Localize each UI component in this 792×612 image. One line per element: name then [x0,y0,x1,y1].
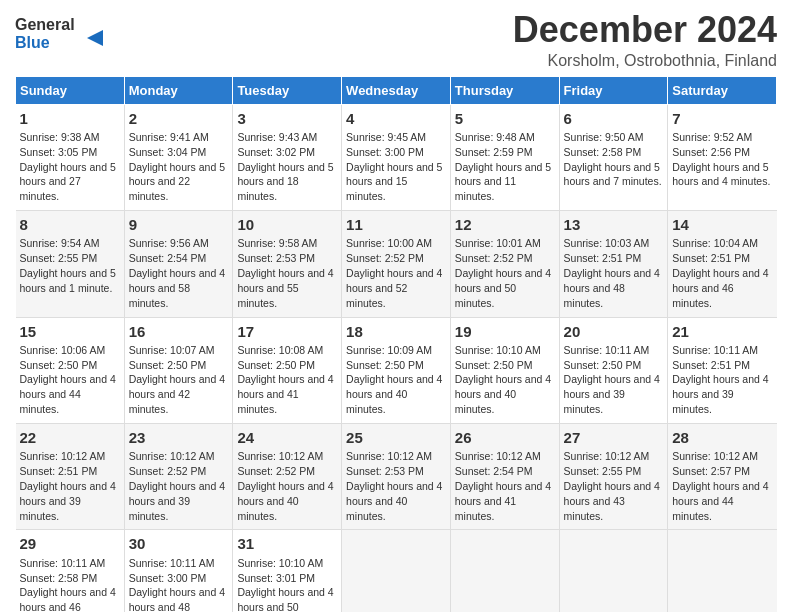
day-info: Sunrise: 10:12 AMSunset: 2:53 PMDaylight… [346,450,442,521]
col-header-friday: Friday [559,76,668,104]
day-number: 21 [672,322,772,342]
day-cell-1: 1Sunrise: 9:38 AMSunset: 3:05 PMDaylight… [16,104,125,210]
page-header: General Blue December 2024 Korsholm, Ost… [15,10,777,70]
col-header-saturday: Saturday [668,76,777,104]
day-cell-11: 11Sunrise: 10:00 AMSunset: 2:52 PMDaylig… [342,211,451,317]
day-cell-18: 18Sunrise: 10:09 AMSunset: 2:50 PMDaylig… [342,317,451,423]
day-cell-12: 12Sunrise: 10:01 AMSunset: 2:52 PMDaylig… [450,211,559,317]
day-cell-29: 29Sunrise: 10:11 AMSunset: 2:58 PMDaylig… [16,530,125,612]
day-number: 4 [346,109,446,129]
day-number: 30 [129,534,229,554]
day-number: 2 [129,109,229,129]
day-number: 6 [564,109,664,129]
week-row-1: 1Sunrise: 9:38 AMSunset: 3:05 PMDaylight… [16,104,777,210]
day-info: Sunrise: 10:11 AMSunset: 2:58 PMDaylight… [20,557,116,612]
day-number: 3 [237,109,337,129]
day-cell-25: 25Sunrise: 10:12 AMSunset: 2:53 PMDaylig… [342,424,451,530]
day-cell-20: 20Sunrise: 10:11 AMSunset: 2:50 PMDaylig… [559,317,668,423]
day-number: 13 [564,215,664,235]
col-header-monday: Monday [124,76,233,104]
week-row-5: 29Sunrise: 10:11 AMSunset: 2:58 PMDaylig… [16,530,777,612]
day-info: Sunrise: 9:50 AMSunset: 2:58 PMDaylight … [564,131,662,188]
day-info: Sunrise: 10:11 AMSunset: 2:50 PMDaylight… [564,344,660,415]
day-info: Sunrise: 10:12 AMSunset: 2:51 PMDaylight… [20,450,116,521]
day-info: Sunrise: 10:12 AMSunset: 2:52 PMDaylight… [129,450,225,521]
day-number: 1 [20,109,120,129]
day-info: Sunrise: 9:56 AMSunset: 2:54 PMDaylight … [129,237,225,308]
day-cell-30: 30Sunrise: 10:11 AMSunset: 3:00 PMDaylig… [124,530,233,612]
day-info: Sunrise: 10:07 AMSunset: 2:50 PMDaylight… [129,344,225,415]
empty-cell [668,530,777,612]
col-header-wednesday: Wednesday [342,76,451,104]
day-number: 23 [129,428,229,448]
day-cell-21: 21Sunrise: 10:11 AMSunset: 2:51 PMDaylig… [668,317,777,423]
day-cell-8: 8Sunrise: 9:54 AMSunset: 2:55 PMDaylight… [16,211,125,317]
day-cell-5: 5Sunrise: 9:48 AMSunset: 2:59 PMDaylight… [450,104,559,210]
day-info: Sunrise: 10:12 AMSunset: 2:55 PMDaylight… [564,450,660,521]
day-cell-26: 26Sunrise: 10:12 AMSunset: 2:54 PMDaylig… [450,424,559,530]
title-block: December 2024 Korsholm, Ostrobothnia, Fi… [513,10,777,70]
day-info: Sunrise: 9:48 AMSunset: 2:59 PMDaylight … [455,131,551,202]
day-info: Sunrise: 10:11 AMSunset: 3:00 PMDaylight… [129,557,225,612]
day-cell-4: 4Sunrise: 9:45 AMSunset: 3:00 PMDaylight… [342,104,451,210]
day-cell-7: 7Sunrise: 9:52 AMSunset: 2:56 PMDaylight… [668,104,777,210]
svg-text:General: General [15,16,75,33]
day-number: 29 [20,534,120,554]
day-number: 28 [672,428,772,448]
day-number: 5 [455,109,555,129]
day-cell-13: 13Sunrise: 10:03 AMSunset: 2:51 PMDaylig… [559,211,668,317]
day-cell-6: 6Sunrise: 9:50 AMSunset: 2:58 PMDaylight… [559,104,668,210]
day-info: Sunrise: 10:12 AMSunset: 2:52 PMDaylight… [237,450,333,521]
day-info: Sunrise: 10:03 AMSunset: 2:51 PMDaylight… [564,237,660,308]
svg-marker-2 [87,30,103,46]
day-info: Sunrise: 10:09 AMSunset: 2:50 PMDaylight… [346,344,442,415]
day-number: 8 [20,215,120,235]
col-header-sunday: Sunday [16,76,125,104]
day-info: Sunrise: 10:11 AMSunset: 2:51 PMDaylight… [672,344,768,415]
day-info: Sunrise: 9:58 AMSunset: 2:53 PMDaylight … [237,237,333,308]
empty-cell [559,530,668,612]
day-cell-23: 23Sunrise: 10:12 AMSunset: 2:52 PMDaylig… [124,424,233,530]
day-number: 27 [564,428,664,448]
day-cell-27: 27Sunrise: 10:12 AMSunset: 2:55 PMDaylig… [559,424,668,530]
col-header-thursday: Thursday [450,76,559,104]
day-info: Sunrise: 10:10 AMSunset: 2:50 PMDaylight… [455,344,551,415]
day-cell-2: 2Sunrise: 9:41 AMSunset: 3:04 PMDaylight… [124,104,233,210]
day-cell-3: 3Sunrise: 9:43 AMSunset: 3:02 PMDaylight… [233,104,342,210]
day-number: 10 [237,215,337,235]
week-row-4: 22Sunrise: 10:12 AMSunset: 2:51 PMDaylig… [16,424,777,530]
svg-text:Blue: Blue [15,34,50,51]
day-number: 20 [564,322,664,342]
day-number: 11 [346,215,446,235]
day-number: 19 [455,322,555,342]
day-cell-10: 10Sunrise: 9:58 AMSunset: 2:53 PMDayligh… [233,211,342,317]
day-number: 31 [237,534,337,554]
day-number: 9 [129,215,229,235]
subtitle: Korsholm, Ostrobothnia, Finland [513,52,777,70]
day-cell-28: 28Sunrise: 10:12 AMSunset: 2:57 PMDaylig… [668,424,777,530]
day-number: 24 [237,428,337,448]
day-cell-22: 22Sunrise: 10:12 AMSunset: 2:51 PMDaylig… [16,424,125,530]
day-info: Sunrise: 10:00 AMSunset: 2:52 PMDaylight… [346,237,442,308]
day-cell-17: 17Sunrise: 10:08 AMSunset: 2:50 PMDaylig… [233,317,342,423]
day-info: Sunrise: 10:12 AMSunset: 2:57 PMDaylight… [672,450,768,521]
day-cell-31: 31Sunrise: 10:10 AMSunset: 3:01 PMDaylig… [233,530,342,612]
day-cell-9: 9Sunrise: 9:56 AMSunset: 2:54 PMDaylight… [124,211,233,317]
day-number: 22 [20,428,120,448]
day-info: Sunrise: 10:12 AMSunset: 2:54 PMDaylight… [455,450,551,521]
calendar-table: SundayMondayTuesdayWednesdayThursdayFrid… [15,76,777,612]
week-row-3: 15Sunrise: 10:06 AMSunset: 2:50 PMDaylig… [16,317,777,423]
logo-text: General Blue [15,10,105,58]
day-cell-19: 19Sunrise: 10:10 AMSunset: 2:50 PMDaylig… [450,317,559,423]
day-number: 18 [346,322,446,342]
main-title: December 2024 [513,10,777,50]
day-info: Sunrise: 10:06 AMSunset: 2:50 PMDaylight… [20,344,116,415]
empty-cell [450,530,559,612]
week-row-2: 8Sunrise: 9:54 AMSunset: 2:55 PMDaylight… [16,211,777,317]
day-number: 14 [672,215,772,235]
day-number: 16 [129,322,229,342]
day-info: Sunrise: 10:10 AMSunset: 3:01 PMDaylight… [237,557,333,612]
day-info: Sunrise: 10:08 AMSunset: 2:50 PMDaylight… [237,344,333,415]
day-number: 17 [237,322,337,342]
empty-cell [342,530,451,612]
